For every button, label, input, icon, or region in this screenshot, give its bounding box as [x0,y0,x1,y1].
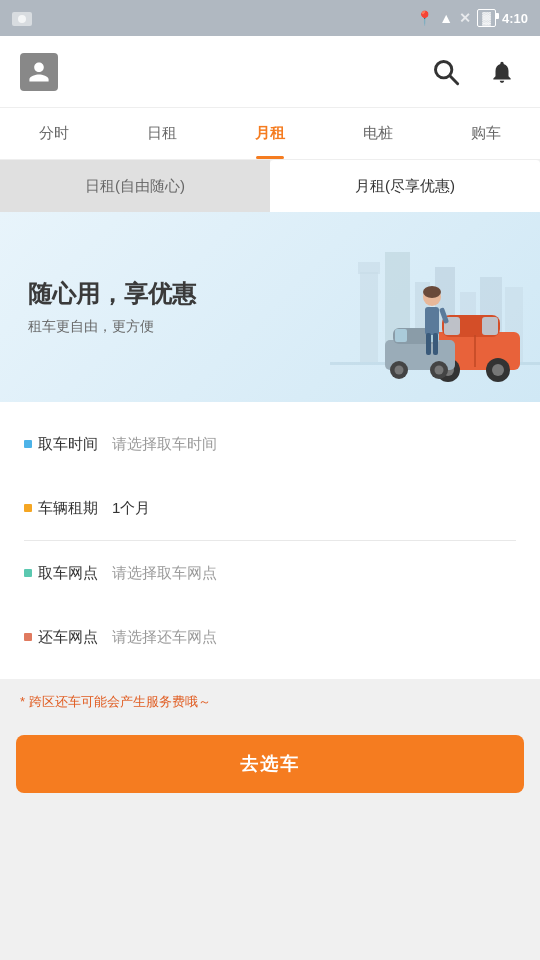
pickup-time-row[interactable]: 取车时间 请选择取车时间 [0,412,540,476]
svg-point-35 [423,286,441,298]
svg-point-1 [18,15,26,23]
banner-illustration [330,232,540,402]
sub-tabs: 日租(自由随心) 月租(尽享优惠) [0,160,540,212]
app-bar-right [428,54,520,90]
svg-rect-33 [433,333,438,355]
user-avatar[interactable] [20,53,58,91]
svg-point-29 [435,366,444,375]
status-bar: 📍 ▲ ✕ ▓ 4:10 [0,0,540,36]
tab-fz[interactable]: 分时 [0,108,108,159]
return-location-label: 还车网点 [24,628,112,647]
return-location-value[interactable]: 请选择还车网点 [112,628,516,647]
pickup-location-row[interactable]: 取车网点 请选择取车网点 [0,541,540,605]
sub-tab-monthly[interactable]: 月租(尽享优惠) [270,160,540,212]
svg-rect-15 [482,317,498,335]
status-left-icons [12,10,32,26]
return-location-row[interactable]: 还车网点 请选择还车网点 [0,605,540,669]
pickup-location-value[interactable]: 请选择取车网点 [112,564,516,583]
svg-rect-25 [395,329,407,342]
app-bar [0,36,540,108]
location-icon: 📍 [416,10,433,26]
search-button[interactable] [428,54,464,90]
rental-period-row[interactable]: 车辆租期 1个月 [0,476,540,540]
form-area: 取车时间 请选择取车时间 车辆租期 1个月 取车网点 请选择取车网点 还车网点 … [0,402,540,679]
notice-text: * 跨区还车可能会产生服务费哦～ [0,679,540,725]
tab-rz[interactable]: 日租 [108,108,216,159]
tab-bar: 分时 日租 月租 电桩 购车 [0,108,540,160]
notification-button[interactable] [484,54,520,90]
rental-period-label: 车辆租期 [24,499,112,518]
tab-dz[interactable]: 电桩 [324,108,432,159]
wifi-icon: ▲ [439,10,453,26]
banner: 随心用，享优惠 租车更自由，更方便 [0,212,540,402]
svg-rect-5 [358,262,380,274]
search-icon [432,58,460,86]
pickup-time-label: 取车时间 [24,435,112,454]
pickup-time-dot [24,440,32,448]
rental-period-dot [24,504,32,512]
signal-icon: ✕ [459,10,471,26]
person-icon [27,60,51,84]
bell-icon [489,59,515,85]
svg-rect-32 [426,333,431,355]
svg-point-27 [395,366,404,375]
battery-icon: ▓ [477,9,496,27]
tab-yz[interactable]: 月租 [216,108,324,159]
svg-line-3 [450,76,458,84]
time-display: 4:10 [502,11,528,26]
photo-icon [12,10,32,26]
sub-tab-daily[interactable]: 日租(自由随心) [0,160,270,212]
select-car-button[interactable]: 去选车 [16,735,524,793]
status-right-info: 📍 ▲ ✕ ▓ 4:10 [416,9,528,27]
tab-gc[interactable]: 购车 [432,108,540,159]
pickup-location-dot [24,569,32,577]
rental-period-value[interactable]: 1个月 [112,499,516,518]
pickup-time-value[interactable]: 请选择取车时间 [112,435,516,454]
svg-point-20 [492,364,504,376]
svg-rect-4 [360,272,378,362]
return-location-dot [24,633,32,641]
svg-rect-31 [425,307,439,335]
pickup-location-label: 取车网点 [24,564,112,583]
